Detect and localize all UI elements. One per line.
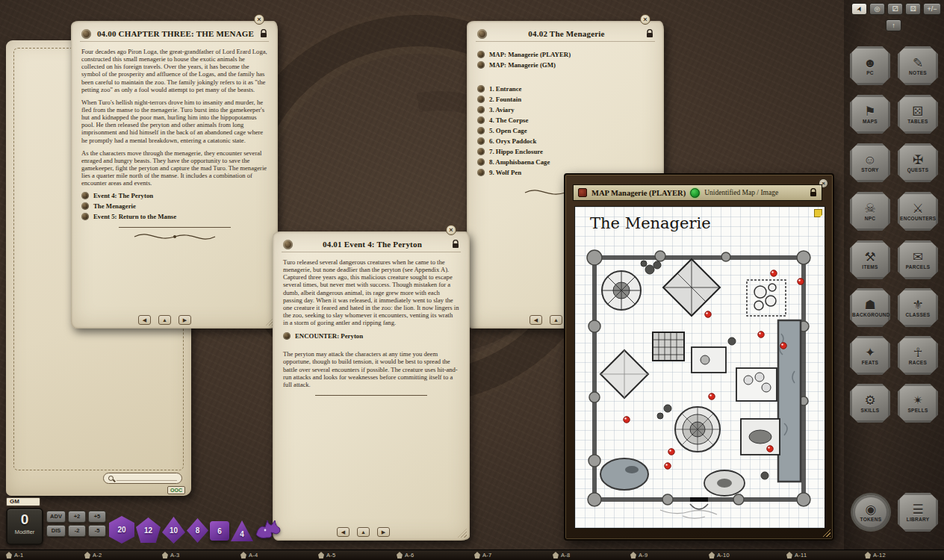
- story-window-event4[interactable]: × 04.01 Event 4: The Peryton Turo releas…: [273, 231, 470, 541]
- dis-button[interactable]: DIS: [46, 525, 66, 537]
- nav-next-button[interactable]: ▶: [377, 527, 390, 537]
- window-title: 04.01 Event 4: The Peryton: [298, 240, 447, 249]
- sidebar-button-items[interactable]: ⚒ITEMS: [850, 240, 890, 279]
- tab-a6[interactable]: A-6: [397, 552, 414, 559]
- tab-a2[interactable]: A-2: [84, 552, 102, 559]
- tab-a12[interactable]: A-12: [865, 552, 886, 559]
- tab-a4[interactable]: A-4: [240, 552, 258, 559]
- sidebar-button-races[interactable]: ☥RACES: [898, 336, 938, 375]
- story-link-menagerie[interactable]: The Menagerie: [81, 202, 278, 210]
- adv-button[interactable]: ADV: [46, 511, 66, 523]
- paragraph: Four decades ago Piron Loga, the great-g…: [81, 48, 267, 93]
- story-text: Turo released several dangerous creature…: [273, 254, 470, 326]
- lock-icon[interactable]: [810, 188, 817, 197]
- identified-status-icon[interactable]: [690, 188, 700, 198]
- tab-a10[interactable]: A-10: [709, 552, 730, 559]
- minus5-button[interactable]: -5: [88, 525, 106, 537]
- sidebar-button-library[interactable]: ☰LIBRARY: [898, 493, 938, 532]
- nav-up-button[interactable]: ▲: [158, 315, 171, 325]
- plus2-button[interactable]: +2: [68, 511, 86, 523]
- lock-icon[interactable]: [452, 240, 459, 249]
- die-tool-button[interactable]: ⚂: [887, 3, 903, 15]
- note-icon[interactable]: [814, 209, 822, 217]
- window-titlebar[interactable]: 04.01 Event 4: The Peryton: [282, 237, 461, 252]
- minus2-button[interactable]: -2: [68, 525, 86, 537]
- area-link-open-cage[interactable]: 5. Open Cage: [477, 127, 664, 134]
- area-link-entrance[interactable]: 1. Entrance: [477, 85, 664, 93]
- map-window-title: MAP Managerie (PLAYER): [591, 189, 686, 197]
- dice-tower-button[interactable]: ⚄: [905, 3, 921, 15]
- lock-icon[interactable]: [260, 29, 267, 38]
- sidebar-button-story[interactable]: ☺STORY: [850, 143, 890, 182]
- d6-die[interactable]: 6: [210, 521, 229, 541]
- lock-icon[interactable]: [646, 29, 653, 38]
- story-window-chapter[interactable]: × 04.00 CHAPTER THREE: THE MENAGE Four d…: [71, 21, 278, 329]
- story-link-event4[interactable]: Event 4: The Peryton: [81, 192, 278, 199]
- sidebar-button-quests[interactable]: ✠QUESTS: [898, 143, 938, 182]
- nav-prev-button[interactable]: ◀: [138, 315, 151, 325]
- sidebar-button-encounters[interactable]: ⚔ENCOUNTERS: [898, 192, 938, 231]
- dragon-die[interactable]: [254, 518, 282, 542]
- area-link-fountain[interactable]: 2. Fountain: [477, 96, 664, 103]
- area-link-amphisbaena[interactable]: 8. Amphisbaena Cage: [477, 158, 664, 166]
- sidebar-button-backgrounds[interactable]: ☗BACKGROUNDS: [850, 288, 890, 327]
- sidebar-button-parcels[interactable]: ✉PARCELS: [898, 240, 938, 279]
- sidebar-button-feats[interactable]: ✦FEATS: [850, 336, 890, 375]
- plus5-button[interactable]: +5: [88, 511, 106, 523]
- nav-next-button[interactable]: ▶: [178, 315, 191, 325]
- tab-a9[interactable]: A-9: [630, 552, 648, 559]
- d20-die[interactable]: 20: [109, 516, 134, 544]
- area-link-corpse[interactable]: 4. The Corpse: [477, 116, 664, 124]
- story-link-event5[interactable]: Event 5: Return to the Manse: [81, 213, 278, 220]
- parcels-icon: ✉: [913, 250, 923, 264]
- close-icon[interactable]: ×: [254, 14, 264, 25]
- tab-a11[interactable]: A-11: [786, 552, 807, 559]
- sidebar-button-skills[interactable]: ⚙SKILLS: [850, 384, 890, 423]
- sidebar-button-pc[interactable]: ☻PC: [850, 46, 890, 85]
- chat-mode-badge[interactable]: OOC: [167, 486, 185, 494]
- encounter-link[interactable]: ENCOUNTER: Peryton: [283, 332, 470, 340]
- map-window[interactable]: × MAP Managerie (PLAYER) Unidentified Ma…: [564, 173, 834, 541]
- nav-up-button[interactable]: ▲: [550, 315, 562, 325]
- sidebar-button-tables[interactable]: ⚄TABLES: [898, 95, 938, 134]
- d12-die[interactable]: 12: [136, 517, 161, 543]
- tab-a7[interactable]: A-7: [474, 552, 492, 559]
- sidebar-button-notes[interactable]: ✎NOTES: [898, 46, 938, 85]
- link-icon: [477, 137, 485, 145]
- nav-prev-button[interactable]: ◀: [530, 315, 542, 325]
- chat-entry-field[interactable]: [103, 473, 182, 484]
- close-icon[interactable]: ×: [640, 14, 650, 25]
- d10-die[interactable]: 10: [162, 517, 185, 544]
- tab-a8[interactable]: A-8: [553, 552, 571, 559]
- modifier-box[interactable]: 0 Modifier: [6, 508, 43, 545]
- area-link-hippo[interactable]: 7. Hippo Enclosure: [477, 148, 664, 155]
- window-titlebar[interactable]: 04.00 CHAPTER THREE: THE MENAGE: [80, 26, 269, 42]
- sidebar-button-maps[interactable]: ⚑MAPS: [850, 95, 890, 134]
- tab-a5[interactable]: A-5: [318, 552, 336, 559]
- window-titlebar[interactable]: 04.02 The Menagerie: [476, 26, 655, 42]
- tab-a1[interactable]: A-1: [6, 552, 24, 559]
- tab-a3[interactable]: A-3: [162, 552, 180, 559]
- target-tool-button[interactable]: ◎: [869, 3, 885, 15]
- zoom-button[interactable]: +/−: [923, 3, 941, 15]
- nav-prev-button[interactable]: ◀: [337, 527, 350, 537]
- d8-die[interactable]: 8: [187, 518, 208, 543]
- sidebar-button-classes[interactable]: ⚜CLASSES: [898, 288, 938, 327]
- pointer-tool-button[interactable]: ➤: [851, 3, 867, 15]
- sidebar-button-npc[interactable]: ☠NPC: [850, 192, 890, 231]
- map-link-player[interactable]: MAP: Managerie (PLAYER): [477, 51, 664, 58]
- pan-up-button[interactable]: ↑: [886, 19, 901, 31]
- resize-grip[interactable]: [458, 529, 467, 538]
- area-link-oryx[interactable]: 6. Oryx Paddock: [477, 137, 664, 145]
- d4-die[interactable]: 4: [231, 520, 253, 541]
- close-icon[interactable]: ×: [446, 225, 456, 235]
- map-link-gm[interactable]: MAP: Managerie (GM): [477, 61, 664, 69]
- area-link-aviary[interactable]: 3. Aviary: [477, 106, 664, 113]
- nav-up-button[interactable]: ▲: [357, 527, 370, 537]
- sidebar-button-tokens[interactable]: ◉TOKENS: [851, 493, 891, 532]
- sidebar-button-spells[interactable]: ✴SPELLS: [898, 384, 938, 423]
- link-icon: [477, 85, 485, 93]
- map-canvas[interactable]: The Menagerie: [574, 206, 825, 529]
- items-icon: ⚒: [864, 250, 875, 264]
- map-titlebar[interactable]: MAP Managerie (PLAYER) Unidentified Map …: [573, 184, 822, 201]
